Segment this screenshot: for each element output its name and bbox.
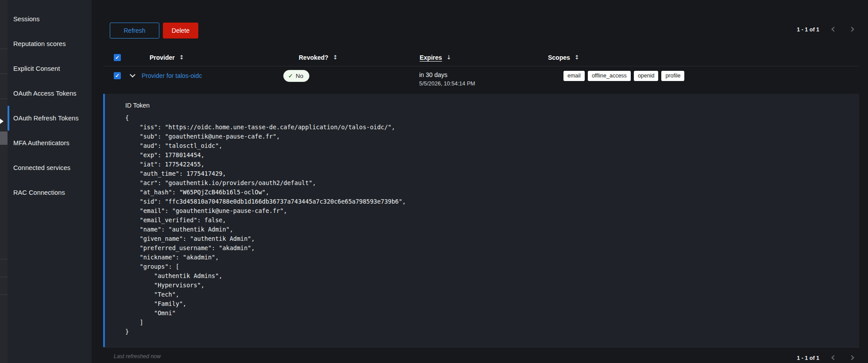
chevron-left-icon — [831, 355, 836, 360]
column-label: Provider — [150, 54, 175, 61]
scope-chip: openid — [634, 71, 659, 81]
sidebar-item-rac-connections[interactable]: RAC Connections — [8, 180, 92, 205]
delete-button[interactable]: Delete — [163, 23, 198, 39]
sort-icon[interactable]: ↕ — [575, 54, 579, 61]
id-token-title: ID Token — [125, 102, 150, 109]
divider — [103, 347, 859, 348]
next-page-button[interactable] — [849, 27, 855, 33]
row-expand-toggle[interactable] — [131, 69, 135, 82]
row-checkbox[interactable]: ✓ — [114, 72, 121, 79]
column-header-expires[interactable]: Expires ↓ — [420, 49, 451, 66]
chevron-down-icon — [130, 72, 135, 77]
next-page-button[interactable] — [849, 355, 855, 361]
sidebar-item-label: OAuth Refresh Tokens — [13, 115, 79, 122]
revoked-status-badge: ✓ No — [283, 70, 309, 82]
sidebar-item-oauth-access-tokens[interactable]: OAuth Access Tokens — [8, 81, 92, 106]
select-all-checkbox[interactable]: ✓ — [114, 54, 121, 61]
sidebar-item-explicit-consent[interactable]: Explicit Consent — [8, 56, 92, 81]
scope-chip: offline_access — [588, 71, 631, 81]
chevron-left-icon — [831, 27, 836, 31]
table-header-row: ✓ Provider ↕ Revoked? ↕ Expires ↓ Scopes… — [103, 49, 859, 66]
pagination-bottom: 1 - 1 of 1 — [797, 355, 855, 361]
cropped-left-panel — [0, 0, 8, 363]
column-label: Expires — [420, 54, 442, 61]
sidebar-item-connected-services[interactable]: Connected services — [8, 155, 92, 180]
revoked-status-text: No — [296, 73, 303, 79]
divider — [0, 277, 8, 277]
column-label: Revoked? — [299, 54, 328, 61]
check-icon: ✓ — [115, 73, 120, 78]
sidebar-item-oauth-refresh-tokens[interactable]: OAuth Refresh Tokens — [8, 106, 92, 131]
expanded-row-detail: ID Token { "iss": "https://oidc.home.une… — [103, 94, 859, 347]
sidebar-item-label: Connected services — [13, 164, 70, 171]
scrollbar-thumb[interactable] — [0, 131, 8, 145]
sidebar-item-reputation-scores[interactable]: Reputation scores — [8, 31, 92, 56]
sidebar-item-label: Sessions — [13, 15, 40, 23]
sidebar-item-label: Reputation scores — [13, 40, 66, 47]
expires-relative: in 30 days — [419, 71, 475, 78]
sort-descending-icon[interactable]: ↓ — [447, 54, 451, 61]
check-icon: ✓ — [288, 73, 293, 79]
last-refreshed-text: Last refreshed now — [114, 353, 161, 359]
sidebar: Sessions Reputation scores Explicit Cons… — [8, 0, 92, 363]
previous-page-button[interactable] — [831, 355, 837, 361]
chevron-right-icon — [849, 355, 854, 360]
divider — [0, 294, 8, 295]
id-token-json: { "iss": "https://oidc.home.une-tasse-de… — [125, 113, 406, 336]
tokens-table: ✓ Provider ↕ Revoked? ↕ Expires ↓ Scopes… — [103, 49, 859, 94]
pagination-top: 1 - 1 of 1 — [797, 27, 855, 33]
divider — [0, 49, 8, 49]
mouse-cursor-icon — [0, 119, 4, 124]
provider-link[interactable]: Provider for talos-oidc — [142, 72, 202, 79]
pagination-range: 1 - 1 of 1 — [797, 355, 819, 361]
divider — [0, 259, 8, 259]
sidebar-item-mfa-authenticators[interactable]: MFA Authenticators — [8, 131, 92, 155]
column-header-provider[interactable]: Provider ↕ — [150, 49, 184, 66]
scope-chip: email — [563, 71, 585, 81]
scopes-cell: email offline_access openid profile — [563, 70, 684, 82]
sidebar-item-sessions[interactable]: Sessions — [8, 7, 92, 31]
previous-page-button[interactable] — [831, 27, 837, 33]
sidebar-item-label: Explicit Consent — [13, 65, 60, 72]
expires-cell: in 30 days 5/5/2026, 10:54:14 PM — [419, 66, 475, 94]
expires-absolute: 5/5/2026, 10:54:14 PM — [419, 81, 475, 87]
sidebar-item-label: OAuth Access Tokens — [13, 90, 77, 97]
column-header-scopes[interactable]: Scopes ↕ — [548, 49, 579, 66]
sort-icon[interactable]: ↕ — [333, 54, 338, 61]
main-content: Refresh Delete 1 - 1 of 1 ✓ Provider ↕ R… — [92, 0, 868, 363]
pagination-range: 1 - 1 of 1 — [797, 27, 819, 33]
sidebar-item-label: RAC Connections — [13, 189, 65, 196]
divider — [0, 99, 8, 99]
scope-chip: profile — [661, 71, 684, 81]
column-label: Scopes — [548, 54, 570, 61]
table-row: ✓ Provider for talos-oidc ✓ No in 30 day… — [103, 66, 859, 94]
refresh-button[interactable]: Refresh — [110, 23, 159, 39]
divider — [0, 73, 8, 74]
chevron-right-icon — [849, 27, 854, 31]
column-header-revoked[interactable]: Revoked? ↕ — [299, 49, 338, 66]
sort-icon[interactable]: ↕ — [179, 54, 184, 61]
sidebar-item-label: MFA Authenticators — [13, 139, 69, 147]
check-icon: ✓ — [115, 55, 120, 60]
